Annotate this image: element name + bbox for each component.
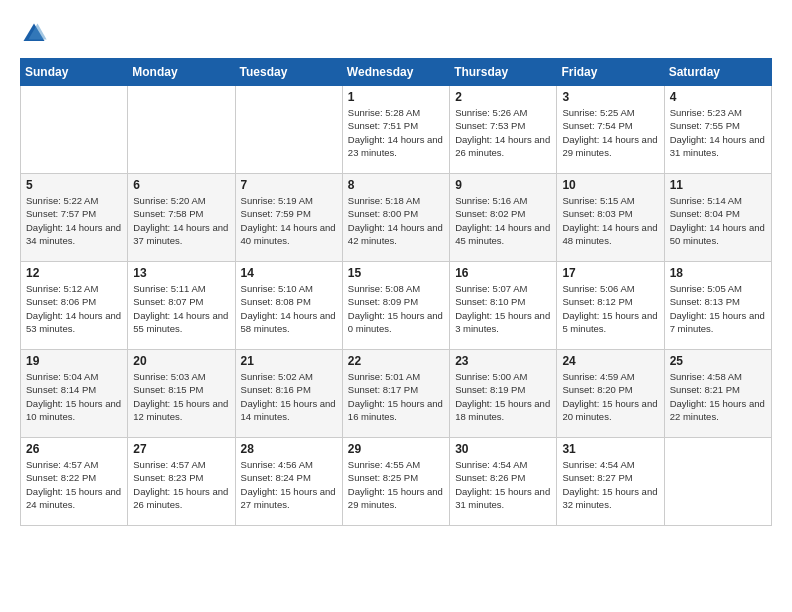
calendar-cell: 8 Sunrise: 5:18 AM Sunset: 8:00 PM Dayli… [342,174,449,262]
calendar-week-row: 5 Sunrise: 5:22 AM Sunset: 7:57 PM Dayli… [21,174,772,262]
day-info: Sunrise: 5:28 AM Sunset: 7:51 PM Dayligh… [348,106,444,159]
calendar-table: SundayMondayTuesdayWednesdayThursdayFrid… [20,58,772,526]
calendar-cell: 19 Sunrise: 5:04 AM Sunset: 8:14 PM Dayl… [21,350,128,438]
day-info: Sunrise: 5:25 AM Sunset: 7:54 PM Dayligh… [562,106,658,159]
day-info: Sunrise: 5:11 AM Sunset: 8:07 PM Dayligh… [133,282,229,335]
calendar-cell: 23 Sunrise: 5:00 AM Sunset: 8:19 PM Dayl… [450,350,557,438]
calendar-cell: 12 Sunrise: 5:12 AM Sunset: 8:06 PM Dayl… [21,262,128,350]
day-info: Sunrise: 5:02 AM Sunset: 8:16 PM Dayligh… [241,370,337,423]
calendar-cell: 30 Sunrise: 4:54 AM Sunset: 8:26 PM Dayl… [450,438,557,526]
calendar-cell: 21 Sunrise: 5:02 AM Sunset: 8:16 PM Dayl… [235,350,342,438]
calendar-cell: 29 Sunrise: 4:55 AM Sunset: 8:25 PM Dayl… [342,438,449,526]
day-of-week-header: Thursday [450,59,557,86]
calendar-cell: 27 Sunrise: 4:57 AM Sunset: 8:23 PM Dayl… [128,438,235,526]
day-info: Sunrise: 5:00 AM Sunset: 8:19 PM Dayligh… [455,370,551,423]
day-info: Sunrise: 4:54 AM Sunset: 8:26 PM Dayligh… [455,458,551,511]
day-info: Sunrise: 5:05 AM Sunset: 8:13 PM Dayligh… [670,282,766,335]
day-number: 22 [348,354,444,368]
day-number: 9 [455,178,551,192]
calendar-week-row: 19 Sunrise: 5:04 AM Sunset: 8:14 PM Dayl… [21,350,772,438]
day-info: Sunrise: 5:14 AM Sunset: 8:04 PM Dayligh… [670,194,766,247]
day-info: Sunrise: 4:59 AM Sunset: 8:20 PM Dayligh… [562,370,658,423]
day-info: Sunrise: 5:18 AM Sunset: 8:00 PM Dayligh… [348,194,444,247]
day-info: Sunrise: 4:55 AM Sunset: 8:25 PM Dayligh… [348,458,444,511]
calendar-cell: 9 Sunrise: 5:16 AM Sunset: 8:02 PM Dayli… [450,174,557,262]
calendar-cell: 13 Sunrise: 5:11 AM Sunset: 8:07 PM Dayl… [128,262,235,350]
day-of-week-header: Monday [128,59,235,86]
day-number: 23 [455,354,551,368]
day-number: 3 [562,90,658,104]
day-number: 13 [133,266,229,280]
day-info: Sunrise: 4:54 AM Sunset: 8:27 PM Dayligh… [562,458,658,511]
day-number: 24 [562,354,658,368]
day-info: Sunrise: 5:06 AM Sunset: 8:12 PM Dayligh… [562,282,658,335]
calendar-cell: 6 Sunrise: 5:20 AM Sunset: 7:58 PM Dayli… [128,174,235,262]
calendar-cell: 28 Sunrise: 4:56 AM Sunset: 8:24 PM Dayl… [235,438,342,526]
day-of-week-header: Sunday [21,59,128,86]
day-number: 30 [455,442,551,456]
day-info: Sunrise: 5:04 AM Sunset: 8:14 PM Dayligh… [26,370,122,423]
day-of-week-header: Friday [557,59,664,86]
day-number: 28 [241,442,337,456]
day-info: Sunrise: 5:08 AM Sunset: 8:09 PM Dayligh… [348,282,444,335]
calendar-cell: 17 Sunrise: 5:06 AM Sunset: 8:12 PM Dayl… [557,262,664,350]
day-number: 27 [133,442,229,456]
day-info: Sunrise: 4:57 AM Sunset: 8:23 PM Dayligh… [133,458,229,511]
calendar-cell: 11 Sunrise: 5:14 AM Sunset: 8:04 PM Dayl… [664,174,771,262]
calendar-cell: 7 Sunrise: 5:19 AM Sunset: 7:59 PM Dayli… [235,174,342,262]
day-of-week-header: Wednesday [342,59,449,86]
day-number: 29 [348,442,444,456]
day-number: 7 [241,178,337,192]
day-of-week-header: Tuesday [235,59,342,86]
calendar-cell: 18 Sunrise: 5:05 AM Sunset: 8:13 PM Dayl… [664,262,771,350]
calendar-cell [664,438,771,526]
day-info: Sunrise: 5:15 AM Sunset: 8:03 PM Dayligh… [562,194,658,247]
day-number: 14 [241,266,337,280]
calendar-cell: 26 Sunrise: 4:57 AM Sunset: 8:22 PM Dayl… [21,438,128,526]
calendar-cell: 5 Sunrise: 5:22 AM Sunset: 7:57 PM Dayli… [21,174,128,262]
day-number: 19 [26,354,122,368]
day-number: 20 [133,354,229,368]
calendar-cell: 10 Sunrise: 5:15 AM Sunset: 8:03 PM Dayl… [557,174,664,262]
day-number: 16 [455,266,551,280]
day-number: 12 [26,266,122,280]
day-number: 15 [348,266,444,280]
day-number: 18 [670,266,766,280]
logo [20,20,52,48]
day-number: 31 [562,442,658,456]
day-info: Sunrise: 5:19 AM Sunset: 7:59 PM Dayligh… [241,194,337,247]
calendar-cell [21,86,128,174]
day-number: 6 [133,178,229,192]
day-info: Sunrise: 5:03 AM Sunset: 8:15 PM Dayligh… [133,370,229,423]
day-info: Sunrise: 4:57 AM Sunset: 8:22 PM Dayligh… [26,458,122,511]
day-number: 25 [670,354,766,368]
calendar-cell: 22 Sunrise: 5:01 AM Sunset: 8:17 PM Dayl… [342,350,449,438]
calendar-cell: 2 Sunrise: 5:26 AM Sunset: 7:53 PM Dayli… [450,86,557,174]
day-number: 21 [241,354,337,368]
day-info: Sunrise: 5:20 AM Sunset: 7:58 PM Dayligh… [133,194,229,247]
calendar-cell [235,86,342,174]
calendar-cell: 16 Sunrise: 5:07 AM Sunset: 8:10 PM Dayl… [450,262,557,350]
day-of-week-header: Saturday [664,59,771,86]
calendar-cell: 31 Sunrise: 4:54 AM Sunset: 8:27 PM Dayl… [557,438,664,526]
calendar-week-row: 1 Sunrise: 5:28 AM Sunset: 7:51 PM Dayli… [21,86,772,174]
day-info: Sunrise: 4:56 AM Sunset: 8:24 PM Dayligh… [241,458,337,511]
calendar-cell: 24 Sunrise: 4:59 AM Sunset: 8:20 PM Dayl… [557,350,664,438]
day-info: Sunrise: 5:12 AM Sunset: 8:06 PM Dayligh… [26,282,122,335]
day-info: Sunrise: 5:01 AM Sunset: 8:17 PM Dayligh… [348,370,444,423]
day-number: 1 [348,90,444,104]
day-info: Sunrise: 5:16 AM Sunset: 8:02 PM Dayligh… [455,194,551,247]
day-number: 8 [348,178,444,192]
day-info: Sunrise: 5:22 AM Sunset: 7:57 PM Dayligh… [26,194,122,247]
day-number: 10 [562,178,658,192]
day-number: 17 [562,266,658,280]
day-number: 5 [26,178,122,192]
day-info: Sunrise: 4:58 AM Sunset: 8:21 PM Dayligh… [670,370,766,423]
calendar-cell [128,86,235,174]
calendar-cell: 1 Sunrise: 5:28 AM Sunset: 7:51 PM Dayli… [342,86,449,174]
day-info: Sunrise: 5:23 AM Sunset: 7:55 PM Dayligh… [670,106,766,159]
calendar-cell: 25 Sunrise: 4:58 AM Sunset: 8:21 PM Dayl… [664,350,771,438]
day-info: Sunrise: 5:10 AM Sunset: 8:08 PM Dayligh… [241,282,337,335]
day-info: Sunrise: 5:07 AM Sunset: 8:10 PM Dayligh… [455,282,551,335]
day-number: 11 [670,178,766,192]
